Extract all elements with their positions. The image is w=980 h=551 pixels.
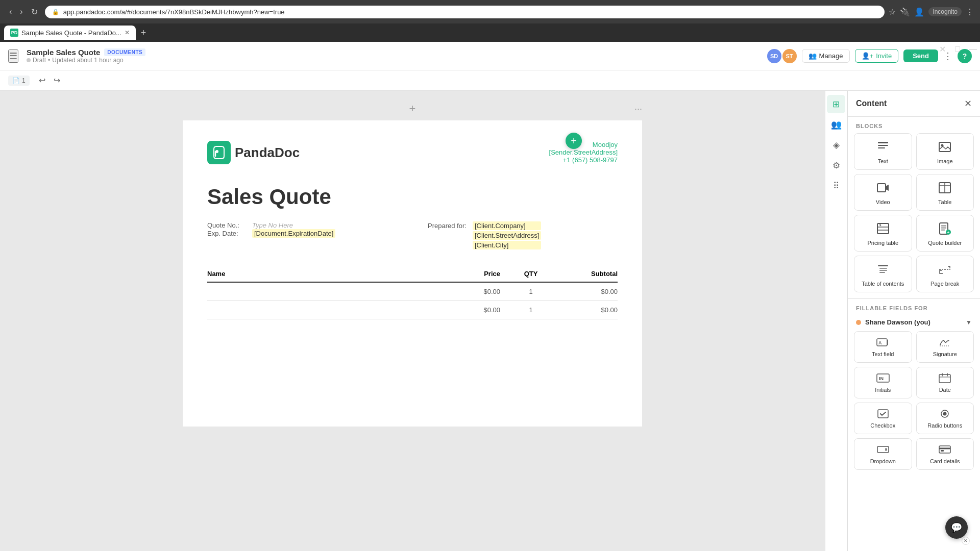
block-quote-builder[interactable]: + Quote builder: [916, 215, 974, 252]
manage-button[interactable]: 👥 Manage: [802, 49, 850, 63]
back-button[interactable]: ‹: [6, 5, 15, 18]
sender-info: Moodjoy [Sender.StreetAddress] +1 (657) …: [549, 141, 618, 164]
add-block-button[interactable]: +: [405, 102, 420, 116]
page-break-icon-svg: [938, 262, 952, 277]
block-image[interactable]: Image: [916, 133, 974, 170]
svg-text:+: +: [947, 230, 950, 235]
new-tab-button[interactable]: +: [138, 27, 150, 39]
radio-icon: [938, 408, 952, 419]
row1-name: [207, 288, 444, 295]
minimize-button[interactable]: —: [966, 42, 980, 56]
tab-close-button[interactable]: ✕: [125, 29, 130, 36]
profile-icon: 👤: [914, 7, 924, 17]
doc-separator: •: [48, 57, 50, 64]
field-card-details[interactable]: Card details: [916, 438, 974, 470]
floating-add-button[interactable]: +: [566, 133, 582, 149]
hamburger-menu[interactable]: ☰: [8, 49, 18, 63]
block-text[interactable]: Text: [854, 133, 912, 170]
forward-button[interactable]: ›: [17, 5, 26, 18]
close-window-button[interactable]: ✕: [935, 42, 949, 56]
toc-icon: [875, 261, 891, 278]
block-table-of-contents[interactable]: Table of contents: [854, 256, 912, 292]
chat-button[interactable]: 💬: [945, 516, 968, 539]
redo-button[interactable]: ↪: [51, 74, 63, 87]
video-block-icon: [875, 180, 891, 196]
svg-rect-1: [878, 142, 888, 143]
quote-no-value: Type No Here: [252, 221, 293, 229]
exp-date-label: Exp. Date:: [207, 230, 248, 237]
fillable-user-row[interactable]: Shane Dawson (you) ▼: [848, 315, 980, 331]
prepared-for-label: Prepared for:: [428, 222, 469, 230]
undo-button[interactable]: ↩: [36, 74, 48, 87]
table-row: $0.00 1 $0.00: [207, 301, 618, 319]
row2-subtotal: $0.00: [556, 306, 618, 314]
col-header-subtotal: Subtotal: [556, 270, 618, 278]
field-initials[interactable]: IN Initials: [854, 367, 912, 398]
signature-icon: [938, 337, 952, 348]
quote-builder-icon: +: [937, 220, 953, 237]
fillable-section-title: FILLABLE FIELDS FOR: [848, 299, 980, 315]
text-field-icon-svg: A: [876, 337, 890, 348]
browser-chrome: ‹ › ↻ 🔒 app.pandadoc.com/a/#/documents/7…: [0, 0, 980, 23]
app-header: ☰ Sample Sales Quote DOCUMENTS Draft • U…: [0, 42, 980, 70]
tab-title: Sample Sales Quote - PandaDo...: [21, 29, 121, 37]
invite-button[interactable]: 👤+ Invite: [855, 49, 899, 63]
sidebar-content-button[interactable]: ⊞: [827, 95, 845, 113]
blocks-section-label: BLOCKS: [848, 117, 980, 133]
field-radio-buttons[interactable]: Radio buttons: [916, 403, 974, 434]
sidebar-icon-strip: ⊞ 👥 ◈ ⚙ ⠿: [825, 91, 847, 551]
signature-icon-svg: [938, 337, 952, 348]
sender-phone: +1 (657) 508-9797: [549, 156, 618, 164]
doc-meta: Draft • Updated about 1 hour ago: [27, 57, 759, 64]
sidebar-shapes-button[interactable]: ◈: [827, 136, 845, 154]
table-row: $0.00 1 $0.00: [207, 283, 618, 301]
block-table[interactable]: Table: [916, 174, 974, 211]
send-button[interactable]: Send: [903, 49, 938, 62]
field-text-field[interactable]: A Text field: [854, 331, 912, 363]
row2-qty: 1: [505, 306, 556, 314]
text-field-icon: A: [876, 337, 890, 348]
row2-name: [207, 306, 444, 314]
block-pricing-table[interactable]: $ Pricing table: [854, 215, 912, 252]
nav-buttons: ‹ › ↻: [6, 5, 41, 19]
tab-favicon: PD: [10, 29, 18, 37]
bookmark-icon: ☆: [889, 7, 896, 17]
field-dropdown[interactable]: Dropdown: [854, 438, 912, 470]
field-signature[interactable]: Signature: [916, 331, 974, 363]
block-page-break[interactable]: Page break: [916, 256, 974, 292]
table-icon-svg: [938, 181, 952, 195]
quote-icon-svg: +: [938, 221, 952, 236]
active-tab[interactable]: PD Sample Sales Quote - PandaDo... ✕: [4, 26, 136, 40]
app: ☰ Sample Sales Quote DOCUMENTS Draft • U…: [0, 42, 980, 551]
svg-rect-6: [877, 184, 886, 192]
chat-close-button[interactable]: ✕: [962, 537, 970, 545]
refresh-button[interactable]: ↻: [28, 5, 41, 19]
row1-qty: 1: [505, 288, 556, 295]
svg-rect-20: [878, 265, 888, 266]
maximize-button[interactable]: □: [950, 42, 965, 56]
people-icon: 👥: [808, 52, 817, 60]
sidebar-apps-button[interactable]: ⠿: [827, 177, 845, 195]
add-block-bar[interactable]: + ···: [183, 101, 642, 116]
svg-text:IN: IN: [879, 376, 884, 381]
doc-updated: Updated about 1 hour ago: [52, 57, 123, 64]
image-block-label: Image: [937, 158, 953, 164]
date-icon-svg: [938, 372, 952, 384]
video-icon-svg: [876, 181, 890, 195]
content-panel-close[interactable]: ✕: [964, 98, 972, 109]
address-bar[interactable]: 🔒 app.pandadoc.com/a/#/documents/7nX98nB…: [45, 6, 885, 18]
sidebar-people-button[interactable]: 👥: [827, 115, 845, 134]
svg-rect-23: [879, 272, 885, 273]
initials-label: Initials: [875, 387, 891, 393]
block-options-button[interactable]: ···: [634, 104, 642, 114]
row1-price: $0.00: [444, 288, 505, 295]
avatar-group: SD ST: [767, 49, 797, 63]
field-date[interactable]: Date: [916, 367, 974, 398]
card-details-label: Card details: [930, 458, 960, 464]
quote-no-label: Quote No.:: [207, 221, 248, 229]
field-checkbox[interactable]: Checkbox: [854, 403, 912, 434]
quote-no-row: Quote No.: Type No Here: [207, 221, 397, 229]
sidebar-integration-button[interactable]: ⚙: [827, 156, 845, 174]
block-video[interactable]: Video: [854, 174, 912, 211]
col-header-name: Name: [207, 270, 444, 278]
